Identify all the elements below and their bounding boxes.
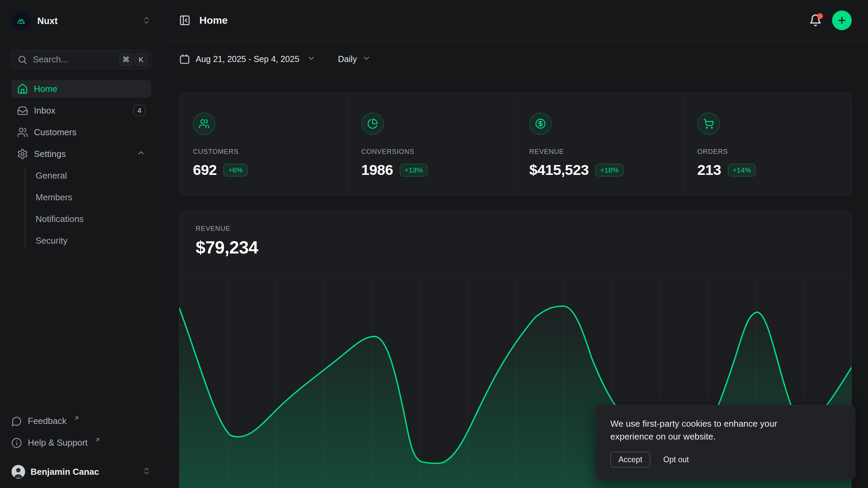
arrow-up-right-icon [95, 435, 101, 445]
chevron-up-down-icon [142, 467, 151, 477]
chevron-up-icon [137, 148, 145, 160]
date-range-value: Aug 21, 2025 - Sep 4, 2025 [196, 54, 299, 64]
granularity-value: Daily [338, 54, 357, 64]
stat-delta-badge: +6% [223, 164, 248, 177]
inbox-icon [17, 105, 28, 116]
sidebar-item-members[interactable]: Members [11, 188, 151, 206]
chevron-down-icon [362, 54, 371, 64]
stat-delta-badge: +14% [728, 164, 756, 177]
search-icon [17, 55, 27, 65]
stats-card: CUSTOMERS 692 +6% CONVERSIONS 1986 [179, 93, 852, 196]
message-circle-icon [11, 416, 22, 429]
page-header: Home [163, 0, 868, 41]
cookie-banner: We use first-party cookies to enhance yo… [595, 405, 855, 480]
user-name: Benjamin Canac [31, 467, 99, 477]
stat-value: 692 [193, 162, 217, 178]
sidebar-item-label: Customers [34, 127, 77, 138]
settings-subnav: General Members Notifications Security [11, 167, 151, 249]
sidebar-item-general[interactable]: General [11, 167, 151, 184]
info-icon [11, 438, 22, 451]
stat-label: ORDERS [697, 148, 838, 156]
search-input[interactable]: Search... ⌘ K [11, 50, 151, 69]
granularity-select[interactable]: Daily [338, 54, 371, 64]
sidebar-item-label: Inbox [34, 105, 56, 116]
search-placeholder: Search... [33, 54, 68, 65]
page-title: Home [199, 15, 228, 26]
sidebar-item-label: Settings [34, 149, 66, 159]
sidebar-item-settings[interactable]: Settings [11, 145, 151, 163]
user-menu[interactable]: Benjamin Canac [7, 462, 156, 482]
sidebar-nav: Home Inbox 4 C [11, 80, 151, 163]
k-kbd: K [135, 54, 147, 66]
chevron-down-icon [307, 54, 316, 64]
sidebar-item-label: Home [34, 84, 57, 94]
inbox-count-badge: 4 [133, 105, 145, 116]
home-icon [17, 83, 28, 95]
pie-chart-icon [361, 113, 384, 135]
stat-customers[interactable]: CUSTOMERS 692 +6% [179, 93, 348, 196]
arrow-up-right-icon [74, 413, 80, 424]
stat-conversions[interactable]: CONVERSIONS 1986 +13% [348, 93, 516, 196]
sidebar-item-home[interactable]: Home [11, 80, 151, 98]
help-support-link[interactable]: Help & Support [11, 433, 151, 451]
brand-name: Nuxt [37, 16, 58, 26]
stat-delta-badge: +13% [400, 164, 428, 177]
notification-dot [817, 13, 823, 19]
date-range-picker[interactable]: Aug 21, 2025 - Sep 4, 2025 [179, 54, 316, 65]
dollar-circle-icon [529, 113, 552, 135]
sidebar-item-customers[interactable]: Customers [11, 123, 151, 141]
sidebar: Nuxt Search... ⌘ K [0, 0, 163, 488]
command-kbd: ⌘ [120, 54, 132, 66]
stat-label: REVENUE [529, 148, 670, 156]
stat-value: 213 [697, 162, 721, 178]
sidebar-item-notifications[interactable]: Notifications [11, 210, 151, 228]
stat-revenue[interactable]: REVENUE $415,523 +18% [515, 93, 684, 196]
nuxt-logo-icon [12, 12, 31, 30]
sidebar-item-security[interactable]: Security [11, 232, 151, 249]
accept-button[interactable]: Accept [610, 452, 650, 468]
stat-orders[interactable]: ORDERS 213 +14% [684, 93, 852, 196]
revenue-chart-value: $79,234 [196, 237, 835, 258]
stat-value: 1986 [361, 162, 393, 178]
add-button[interactable] [832, 11, 852, 30]
notifications-button[interactable] [809, 14, 822, 27]
sidebar-collapse-icon[interactable] [179, 15, 191, 26]
chevron-up-down-icon [142, 16, 151, 26]
cart-icon [697, 113, 720, 135]
revenue-chart-label: REVENUE [196, 225, 835, 232]
plus-icon [837, 15, 847, 25]
sidebar-item-inbox[interactable]: Inbox 4 [11, 102, 151, 119]
settings-icon [17, 148, 28, 160]
users-icon [17, 127, 28, 138]
filters-toolbar: Aug 21, 2025 - Sep 4, 2025 Daily [163, 41, 868, 78]
cookie-message: We use first-party cookies to enhance yo… [610, 417, 814, 443]
users-icon [193, 113, 215, 135]
stat-delta-badge: +18% [595, 164, 623, 177]
avatar [12, 465, 25, 479]
opt-out-button[interactable]: Opt out [663, 455, 689, 464]
sidebar-footer-links: Feedback Help & Support [11, 412, 151, 451]
sidebar-divider [0, 456, 162, 456]
feedback-link[interactable]: Feedback [11, 412, 151, 429]
stat-label: CONVERSIONS [361, 148, 502, 156]
team-switcher[interactable]: Nuxt [8, 11, 154, 31]
calendar-icon [179, 54, 190, 65]
stat-label: CUSTOMERS [193, 148, 334, 156]
stat-value: $415,523 [529, 162, 589, 178]
